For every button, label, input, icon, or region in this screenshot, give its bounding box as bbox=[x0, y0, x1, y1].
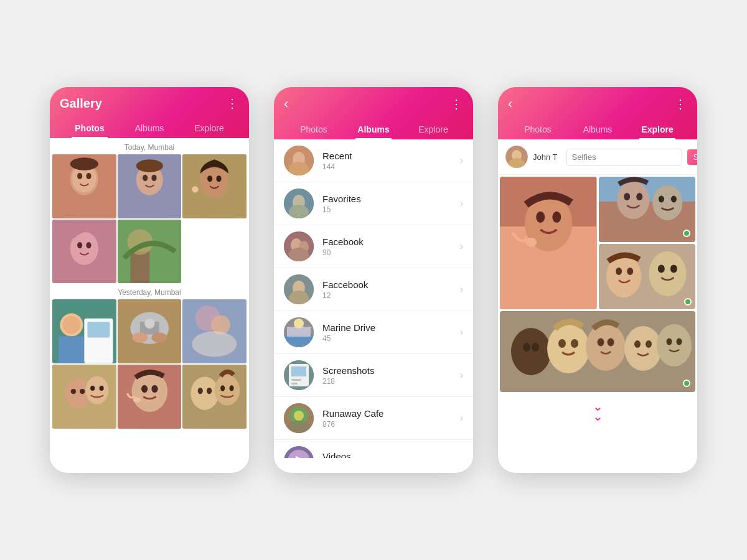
chevron-icon: › bbox=[460, 370, 463, 381]
phone1-tabs: Photos Albums Explore bbox=[60, 117, 239, 138]
album-thumb-favorites bbox=[284, 189, 314, 218]
svg-rect-79 bbox=[291, 383, 298, 385]
phone1-title: Gallery bbox=[60, 96, 102, 111]
explore-cell-top-right[interactable] bbox=[599, 177, 696, 242]
chevron-icon: › bbox=[460, 241, 463, 252]
phone-3: ‹ ⋮ Photos Albums Explore John T Search bbox=[498, 87, 697, 473]
album-name: Runaway Cafe bbox=[322, 408, 460, 419]
tab-albums-2[interactable]: Albums bbox=[344, 118, 403, 139]
phone2-menu-icon[interactable]: ⋮ bbox=[450, 96, 463, 111]
album-count: 90 bbox=[322, 248, 460, 257]
album-item-facebook[interactable]: Facebook 90 › bbox=[274, 225, 473, 268]
svg-point-108 bbox=[627, 268, 633, 275]
svg-point-33 bbox=[132, 333, 148, 343]
phone2-back-icon[interactable]: ‹ bbox=[284, 96, 288, 112]
explore-cell-wide[interactable] bbox=[500, 311, 695, 392]
photo-grid-today bbox=[50, 154, 249, 283]
svg-point-111 bbox=[670, 264, 677, 273]
phone-1: Gallery ⋮ Photos Albums Explore Today, M… bbox=[50, 87, 249, 473]
svg-point-15 bbox=[192, 186, 199, 192]
svg-rect-21 bbox=[130, 251, 149, 283]
tab-explore-1[interactable]: Explore bbox=[179, 117, 239, 138]
album-info-videos: Videos 21 bbox=[322, 451, 460, 459]
search-input[interactable] bbox=[566, 149, 682, 166]
chevron-icon: › bbox=[460, 198, 463, 209]
svg-point-3 bbox=[77, 173, 82, 179]
album-count: 218 bbox=[322, 377, 460, 386]
svg-point-25 bbox=[62, 316, 80, 334]
online-dot-3 bbox=[683, 380, 690, 387]
svg-point-43 bbox=[85, 376, 108, 404]
tab-albums-1[interactable]: Albums bbox=[120, 117, 179, 138]
tab-explore-2[interactable]: Explore bbox=[403, 118, 463, 139]
search-button[interactable]: Search bbox=[687, 149, 697, 165]
photo-grid-more bbox=[50, 365, 249, 429]
album-count: 15 bbox=[322, 205, 460, 214]
svg-point-44 bbox=[90, 386, 95, 391]
svg-point-5 bbox=[70, 157, 98, 170]
phone1-menu-icon[interactable]: ⋮ bbox=[226, 96, 239, 111]
album-info-recent: Recent 144 bbox=[322, 151, 460, 171]
date-label-yesterday: Yesterday, Mumbai bbox=[50, 283, 249, 299]
svg-point-110 bbox=[657, 264, 664, 273]
explore-cell-bottom-right[interactable] bbox=[599, 244, 696, 309]
online-dot bbox=[683, 230, 690, 237]
phone3-header-top: ‹ ⋮ bbox=[508, 96, 687, 112]
svg-point-53 bbox=[198, 388, 203, 394]
phone3-tabs: Photos Albums Explore bbox=[508, 118, 687, 139]
svg-point-56 bbox=[220, 385, 225, 391]
photo-cell[interactable] bbox=[182, 154, 247, 218]
photo-cell[interactable] bbox=[52, 365, 116, 429]
svg-point-13 bbox=[207, 175, 212, 182]
album-info-screenshots: Screenshots 218 bbox=[322, 365, 460, 386]
tab-explore-3[interactable]: Explore bbox=[627, 118, 687, 139]
photo-cell[interactable] bbox=[182, 299, 247, 363]
phone1-header-top: Gallery ⋮ bbox=[60, 96, 239, 111]
photo-cell[interactable] bbox=[182, 365, 247, 429]
photo-cell[interactable] bbox=[118, 154, 182, 218]
album-info-facebook: Facebook 90 bbox=[322, 236, 460, 257]
phone2-header-top: ‹ ⋮ bbox=[284, 96, 463, 112]
photo-cell[interactable] bbox=[52, 154, 116, 218]
user-avatar bbox=[505, 146, 528, 168]
album-name: Faccebook bbox=[322, 279, 460, 290]
svg-point-45 bbox=[99, 386, 103, 391]
photo-cell[interactable] bbox=[118, 220, 182, 284]
album-item-runaway-cafe[interactable]: Runaway Cafe 876 › bbox=[274, 397, 473, 440]
phone3-menu-icon[interactable]: ⋮ bbox=[674, 96, 687, 111]
scroll-indicator[interactable]: ⌄ ⌄ bbox=[498, 394, 697, 429]
album-thumb-marine-drive bbox=[284, 317, 314, 347]
date-label-today: Today, Mumbai bbox=[50, 138, 249, 154]
svg-point-82 bbox=[294, 411, 304, 421]
album-info-favorites: Favorites 15 bbox=[322, 194, 460, 214]
album-item-videos[interactable]: Videos 21 › bbox=[274, 440, 473, 458]
svg-point-14 bbox=[217, 175, 222, 182]
svg-point-107 bbox=[616, 268, 622, 275]
album-thumb-videos bbox=[284, 446, 314, 458]
photo-cell[interactable] bbox=[118, 299, 182, 363]
tab-photos-1[interactable]: Photos bbox=[60, 117, 120, 138]
album-thumb-facebook bbox=[284, 231, 314, 261]
album-item-recent[interactable]: Recent 144 › bbox=[274, 139, 473, 182]
album-item-screenshots[interactable]: Screenshots 218 › bbox=[274, 354, 473, 397]
album-info-marine-drive: Marine Drive 45 bbox=[322, 322, 460, 343]
album-item-faccebook[interactable]: Faccebook 12 › bbox=[274, 268, 473, 311]
chevron-icon: › bbox=[460, 327, 463, 338]
photo-cell[interactable] bbox=[52, 299, 116, 363]
album-name: Marine Drive bbox=[322, 322, 460, 333]
svg-point-94 bbox=[552, 212, 561, 223]
phone3-back-icon[interactable]: ‹ bbox=[508, 96, 512, 112]
tab-albums-3[interactable]: Albums bbox=[568, 118, 627, 139]
svg-point-38 bbox=[192, 332, 237, 357]
tab-photos-3[interactable]: Photos bbox=[508, 118, 568, 139]
svg-rect-128 bbox=[500, 311, 695, 392]
explore-cell-tall[interactable] bbox=[500, 177, 597, 309]
phone2-albums-body: Recent 144 › Favorites 15 › Facebook 90 bbox=[274, 139, 473, 458]
album-item-marine-drive[interactable]: Marine Drive 45 › bbox=[274, 311, 473, 354]
svg-point-32 bbox=[144, 319, 154, 329]
album-item-favorites[interactable]: Favorites 15 › bbox=[274, 182, 473, 225]
photo-cell[interactable] bbox=[118, 365, 182, 429]
album-count: 45 bbox=[322, 334, 460, 343]
tab-photos-2[interactable]: Photos bbox=[284, 118, 344, 139]
photo-cell[interactable] bbox=[52, 220, 116, 284]
